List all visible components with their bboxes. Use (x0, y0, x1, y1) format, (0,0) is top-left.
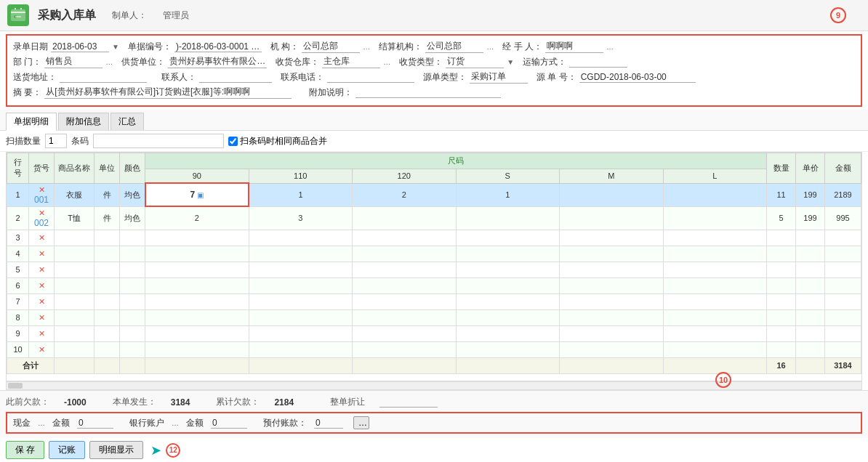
maker-label: 制单人： (112, 9, 147, 22)
col-header-amount: 金额 (825, 153, 861, 184)
cell-delete[interactable]: ✕ (29, 341, 55, 357)
cell-sm[interactable] (560, 183, 664, 206)
discount-value (379, 397, 438, 408)
detail-button[interactable]: 明细显示 (89, 441, 143, 459)
dept-dots[interactable]: … (105, 58, 113, 66)
table-row[interactable]: 4✕ (7, 246, 861, 262)
app-icon (7, 4, 29, 26)
prev-debt-label: 此前欠款： (6, 396, 49, 408)
col-header-size: 尺码 (145, 153, 767, 169)
tab-extra[interactable]: 附加信息 (58, 113, 109, 130)
merge-checkbox-label[interactable]: 扫条码时相同商品合并 (228, 135, 327, 147)
cell-color: 均色 (120, 206, 145, 230)
cell-rownum: 3 (7, 230, 29, 246)
cell-delete[interactable]: ✕ (29, 309, 55, 325)
phone-label: 联系电话： (281, 71, 324, 84)
cell-rownum: 5 (7, 262, 29, 277)
scan-barcode-input[interactable] (93, 134, 224, 148)
table-row[interactable]: 7✕ (7, 293, 861, 309)
form-row-4: 摘 要： 从[贵州好易事软件有限公司]订货购进[衣服]等:啊啊啊 附加说明： (13, 86, 855, 99)
table-row[interactable]: 6✕ (7, 277, 861, 293)
table-row[interactable]: 3✕ (7, 230, 861, 246)
settle-dots[interactable]: … (486, 43, 494, 51)
merge-checkbox[interactable] (228, 137, 238, 146)
handler-dots[interactable]: … (606, 43, 614, 51)
col-header-s110: 110 (249, 169, 353, 184)
scrollbar-thumb[interactable] (8, 383, 23, 389)
table-row[interactable]: 9✕ (7, 325, 861, 341)
cell-unit: 件 (95, 206, 120, 230)
current-label: 本单发生： (113, 396, 156, 408)
summary-label: 摘 要： (13, 86, 41, 99)
cell-itemname: T恤 (55, 206, 95, 230)
cell-s110[interactable]: 1 (249, 183, 353, 206)
cell-s120[interactable] (353, 206, 457, 230)
total-debt-value: 2184 (274, 397, 294, 408)
table-row[interactable]: 2 ✕ 002 T恤 件 均色 2 3 5 199 995 (7, 206, 861, 230)
cell-delete[interactable]: ✕ 001 (29, 183, 55, 206)
date-label: 录单日期 (13, 41, 48, 53)
warehouse-label: 收货仓库： (276, 56, 319, 68)
cell-delete[interactable]: ✕ (29, 277, 55, 293)
current-value: 3184 (171, 397, 190, 408)
cell-s120[interactable]: 2 (353, 183, 457, 206)
cell-sm[interactable] (560, 206, 664, 230)
contact-label: 联系人： (161, 71, 196, 84)
badge-10-container: 10 (715, 372, 746, 388)
cell-ss[interactable] (456, 206, 560, 230)
cell-delete[interactable]: ✕ (29, 262, 55, 277)
source-num-label: 源 单 号： (537, 71, 576, 84)
col-header-unit: 单位 (95, 153, 120, 184)
table-row[interactable]: 10✕ (7, 341, 861, 357)
address-label: 送货地址： (13, 71, 57, 84)
warehouse-value: 主仓库 (322, 55, 380, 68)
cell-delete[interactable]: ✕ (29, 230, 55, 246)
phone-value (327, 72, 414, 83)
date-arrow-icon[interactable]: ▼ (112, 43, 119, 51)
cell-delete[interactable]: ✕ 002 (29, 206, 55, 230)
table-row[interactable]: 5✕ (7, 262, 861, 277)
cell-color: 均色 (120, 183, 145, 206)
tab-detail[interactable]: 单据明细 (6, 113, 57, 131)
cell-delete[interactable]: ✕ (29, 293, 55, 309)
warehouse-dots[interactable]: … (383, 58, 390, 66)
col-header-color: 颜色 (120, 153, 145, 184)
cell-sl[interactable] (663, 206, 767, 230)
total-label: 合计 (7, 357, 55, 373)
recv-type-arrow[interactable]: ▼ (507, 58, 514, 66)
table-row[interactable]: 8✕ (7, 309, 861, 325)
settle-value: 公司总部 (425, 40, 483, 53)
cell-sl[interactable] (663, 183, 767, 206)
cell-rownum: 4 (7, 246, 29, 262)
total-amount: 3184 (825, 357, 861, 373)
cell-delete[interactable]: ✕ (29, 325, 55, 341)
date-value[interactable]: 2018-06-03 (51, 41, 109, 52)
cell-s90[interactable]: 7 ▣ (145, 183, 249, 206)
tab-summary[interactable]: 汇总 (110, 113, 144, 130)
cell-s90[interactable]: 2 (145, 206, 249, 230)
doc-num-label: 单据编号： (128, 41, 172, 53)
scan-row: 扫描数量 条码 扫条码时相同商品合并 (0, 131, 868, 152)
cell-s110[interactable]: 3 (249, 206, 353, 230)
save-button[interactable]: 保 存 (6, 441, 44, 459)
cell-ss[interactable]: 1 (456, 183, 560, 206)
prepay-dots-button[interactable]: … (353, 416, 369, 429)
address-value (60, 72, 147, 83)
table-row[interactable]: 1 ✕ 001 衣服 件 均色 7 ▣ 1 2 1 11 199 2189 (7, 183, 861, 206)
cell-rownum: 7 (7, 293, 29, 309)
bank-dots[interactable]: … (172, 419, 179, 427)
svg-rect-0 (11, 9, 25, 21)
source-type-value: 采购订单 (470, 70, 528, 84)
prepay-amount: 0 (314, 418, 343, 429)
account-button[interactable]: 记账 (49, 441, 85, 459)
source-num-value: CGDD-2018-06-03-00 (579, 72, 696, 83)
cash-dots[interactable]: … (38, 419, 45, 427)
doc-num-value: )-2018-06-03-0001 … (174, 41, 262, 52)
debt-info-row: 此前欠款： -1000 本单发生： 3184 累计欠款： 2184 整单折让 (6, 394, 862, 410)
supplier-label: 供货单位： (121, 56, 165, 68)
scan-qty-input[interactable] (45, 134, 67, 148)
cell-delete[interactable]: ✕ (29, 246, 55, 262)
badge-10: 10 (715, 372, 731, 388)
col-header-qty: 数量 (767, 153, 796, 184)
org-dots[interactable]: … (363, 43, 370, 51)
